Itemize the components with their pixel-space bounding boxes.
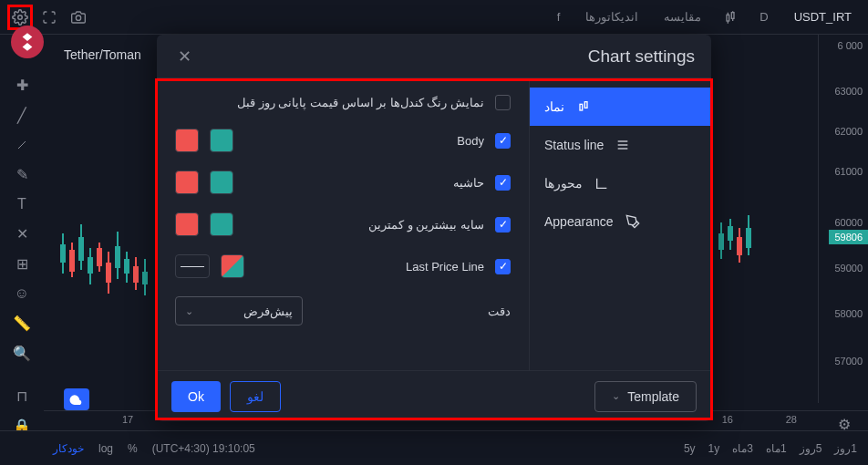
auto-scale-button[interactable]: خودکار xyxy=(53,442,84,455)
precision-label: دقت xyxy=(488,305,511,318)
border-checkbox[interactable]: ✓ xyxy=(495,175,511,191)
prev-close-label: نمایش رنگ کندل‌ها بر اساس قیمت پایانی رو… xyxy=(237,96,484,109)
tab-label: محورها xyxy=(544,176,583,191)
zoom-icon[interactable]: 🔍 xyxy=(9,345,35,362)
patterns-icon[interactable]: ✕ xyxy=(9,225,35,243)
price-tick: 57000 xyxy=(834,356,863,367)
body-up-color[interactable] xyxy=(210,129,233,152)
last-price-checkbox[interactable]: ✓ xyxy=(495,259,511,274)
range-3m[interactable]: 3ماه xyxy=(732,442,753,455)
wick-label: سایه بیشترین و کمترین xyxy=(368,218,484,232)
symbol-button[interactable]: USDT_IRT xyxy=(785,6,861,27)
wick-down-color[interactable] xyxy=(175,212,199,236)
template-button[interactable]: ⌄ Template xyxy=(594,381,697,412)
emoji-icon[interactable]: ☺ xyxy=(9,285,35,302)
percent-scale-button[interactable]: % xyxy=(128,442,138,455)
price-tick: 63000 xyxy=(834,86,863,97)
camera-icon[interactable] xyxy=(66,5,91,30)
drawing-toolbar: ✚ ╱ ⟋ ✎ T ✕ ⊞ ☺ 📏 🔍 ⊓ 🔒 🗑 xyxy=(0,35,44,430)
range-1y[interactable]: 1y xyxy=(708,442,720,455)
text-icon[interactable]: T xyxy=(9,196,35,212)
range-5d[interactable]: 5روز xyxy=(800,442,822,455)
modal-title: Chart settings xyxy=(588,46,695,67)
precision-row: دقت پیش‌فرض ⌄ xyxy=(175,296,511,326)
brush-icon[interactable]: ✎ xyxy=(9,166,35,183)
prev-close-row: نمایش رنگ کندل‌ها بر اساس قیمت پایانی رو… xyxy=(175,95,511,110)
candle-type-icon[interactable] xyxy=(718,5,743,30)
tab-label: نماد xyxy=(544,99,564,114)
price-tick: 59000 xyxy=(834,263,863,274)
tab-symbol[interactable]: نماد xyxy=(530,88,711,126)
log-scale-button[interactable]: log xyxy=(98,442,113,455)
price-tick: 61000 xyxy=(834,166,863,177)
chevron-down-icon: ⌄ xyxy=(612,390,620,402)
price-tick: 62000 xyxy=(834,126,863,137)
range-5y[interactable]: 5y xyxy=(684,442,696,455)
top-toolbar: f اندیکاتورها مقایسه D USDT_IRT xyxy=(0,0,868,35)
svg-rect-8 xyxy=(580,104,583,110)
modal-footer: Ok لغو ⌄ Template xyxy=(157,370,711,421)
ruler-icon[interactable]: 📏 xyxy=(9,315,35,332)
svg-rect-5 xyxy=(732,12,735,18)
last-price-color[interactable] xyxy=(221,254,244,278)
last-price-label: Last Price Line xyxy=(406,260,484,274)
price-tick: 60000 xyxy=(834,217,863,228)
border-row: ✓ حاشیه xyxy=(175,170,511,194)
svg-rect-9 xyxy=(584,102,587,108)
modal-header: ✕ Chart settings xyxy=(157,35,711,78)
svg-point-0 xyxy=(18,15,23,19)
fib-icon[interactable]: ⟋ xyxy=(9,137,35,153)
exchange-logo-icon xyxy=(11,26,44,58)
fullscreen-icon[interactable] xyxy=(36,5,62,30)
wick-checkbox[interactable]: ✓ xyxy=(495,217,511,232)
forecast-icon[interactable]: ⊞ xyxy=(9,255,35,273)
last-price-row: ✓ Last Price Line xyxy=(175,254,511,278)
body-checkbox[interactable]: ✓ xyxy=(495,133,511,149)
tab-appearance[interactable]: Appearance xyxy=(530,202,711,241)
precision-select[interactable]: پیش‌فرض ⌄ xyxy=(175,296,303,326)
price-tick: 6 000 xyxy=(837,40,863,51)
magnet-icon[interactable]: ⊓ xyxy=(9,388,35,405)
range-1m[interactable]: 1ماه xyxy=(766,442,787,455)
tab-label: Appearance xyxy=(544,214,614,229)
svg-point-1 xyxy=(76,16,80,20)
trendline-icon[interactable]: ╱ xyxy=(9,107,35,124)
cursor-icon[interactable]: ✚ xyxy=(9,77,35,94)
time-tick: 16 xyxy=(722,414,733,425)
body-row: ✓ Body xyxy=(175,129,511,152)
cloud-save-icon[interactable] xyxy=(64,388,89,410)
compare-button[interactable]: مقایسه xyxy=(655,6,710,27)
wick-up-color[interactable] xyxy=(210,212,233,236)
time-tick: 17 xyxy=(122,414,133,425)
price-current-badge: 59806 xyxy=(829,230,868,244)
indicators-button[interactable]: اندیکاتورها xyxy=(576,6,647,27)
prev-close-checkbox[interactable] xyxy=(495,95,511,110)
time-tick: 28 xyxy=(786,414,797,425)
ok-button[interactable]: Ok xyxy=(171,381,221,412)
settings-content: نمایش رنگ کندل‌ها بر اساس قیمت پایانی رو… xyxy=(157,78,529,370)
border-up-color[interactable] xyxy=(210,170,233,194)
timezone-label[interactable]: (UTC+4:30) 19:10:05 xyxy=(152,442,255,455)
close-icon[interactable]: ✕ xyxy=(173,46,195,67)
wick-row: ✓ سایه بیشترین و کمترین xyxy=(175,212,511,236)
tab-status-line[interactable]: Status line xyxy=(530,126,711,164)
precision-value: پیش‌فرض xyxy=(243,305,293,318)
interval-button[interactable]: D xyxy=(750,6,777,27)
body-label: Body xyxy=(457,134,484,148)
range-1d[interactable]: 1روز xyxy=(834,442,857,455)
chevron-down-icon: ⌄ xyxy=(185,305,193,317)
tab-axes[interactable]: محورها xyxy=(530,164,711,202)
cancel-button[interactable]: لغو xyxy=(230,381,281,412)
brush-icon xyxy=(625,213,641,230)
price-axis[interactable]: 6 000 63000 62000 61000 60000 59806 5900… xyxy=(818,35,868,403)
axes-icon xyxy=(594,175,610,191)
chart-settings-modal: ✕ Chart settings نماد Status line محورها… xyxy=(157,35,711,421)
border-down-color[interactable] xyxy=(175,170,199,194)
price-tick: 58000 xyxy=(834,308,863,319)
body-down-color[interactable] xyxy=(175,129,199,152)
last-price-line-style[interactable] xyxy=(175,254,210,278)
lines-icon xyxy=(615,137,631,153)
border-label: حاشیه xyxy=(453,176,484,190)
candle-icon xyxy=(575,98,592,115)
fx-button[interactable]: f xyxy=(548,6,570,27)
